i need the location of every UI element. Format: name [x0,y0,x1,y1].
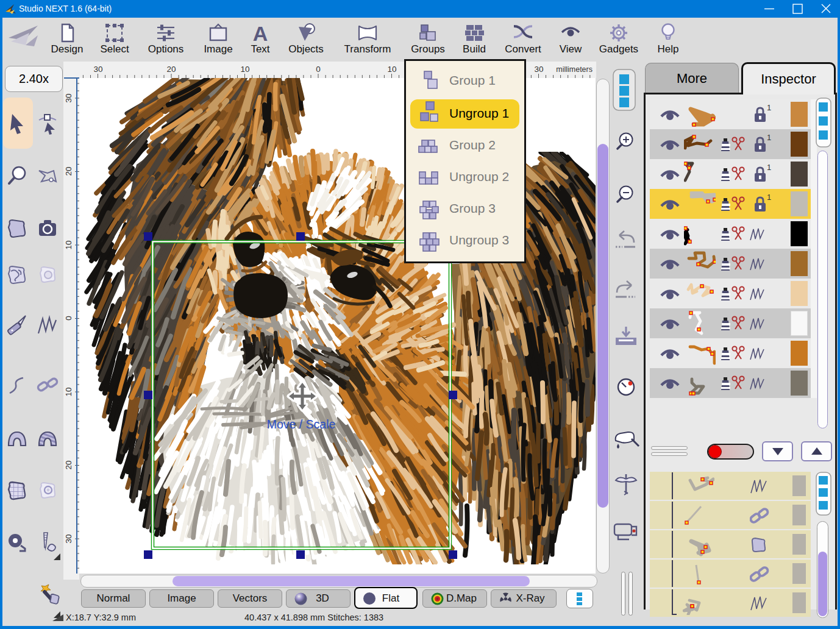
svg-text:20: 20 [64,166,73,176]
svg-text:0: 0 [316,65,321,74]
svg-text:20: 20 [64,460,73,469]
svg-text:30: 30 [64,534,73,543]
svg-text:20: 20 [166,65,176,74]
svg-text:10: 10 [240,65,249,74]
svg-text:30: 30 [534,65,543,74]
svg-text:30: 30 [93,65,102,74]
svg-text:30: 30 [64,93,73,102]
svg-text:Move / Scale: Move / Scale [267,418,336,431]
svg-text:10: 10 [387,65,396,74]
svg-text:10: 10 [64,240,73,249]
svg-text:10: 10 [64,387,73,396]
svg-text:A: A [253,23,268,43]
svg-text:0: 0 [64,316,73,321]
svg-text:millimeters: millimeters [556,65,593,74]
